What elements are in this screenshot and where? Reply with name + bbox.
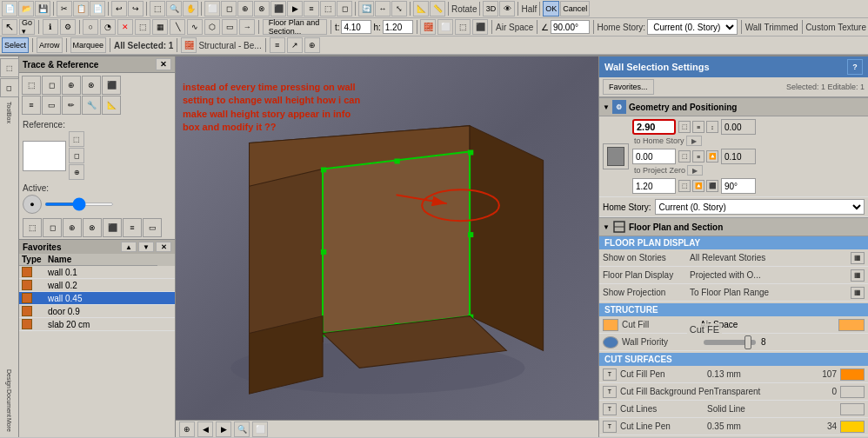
thickness-icon-2[interactable]: 🔼 — [692, 180, 704, 192]
active-slider[interactable] — [44, 202, 114, 206]
status-fit-btn[interactable]: ⬜ — [252, 421, 268, 437]
extra-tool-1[interactable]: ⬚ — [23, 218, 42, 237]
offset-icon-1[interactable]: ⬚ — [678, 150, 691, 163]
height-icon-2[interactable]: ≡ — [692, 121, 704, 133]
status-origin-btn[interactable]: ⊕ — [179, 421, 195, 437]
tb-go-btn[interactable]: Go ▾ — [19, 19, 35, 35]
fav-down-btn[interactable]: ▼ — [138, 242, 154, 252]
tb-draw8-btn[interactable]: ⬚ — [320, 1, 336, 17]
fav-up-btn[interactable]: ▲ — [121, 242, 137, 252]
tool-3[interactable]: ⊕ — [62, 76, 81, 95]
tb-rotate-btn[interactable]: 🔄 — [358, 1, 374, 17]
height-icon-1[interactable]: ⬚ — [678, 121, 691, 133]
tool-2[interactable]: ◻ — [42, 76, 61, 95]
tb-draw6-btn[interactable]: ▶ — [287, 1, 303, 17]
tb-align-btn[interactable]: 📐 — [413, 1, 429, 17]
tool-7[interactable]: ▭ — [42, 96, 61, 115]
extra-tool-4[interactable]: ⊗ — [83, 218, 102, 237]
tool-4[interactable]: ⊗ — [82, 76, 101, 95]
angle-input[interactable] — [551, 20, 590, 34]
arrow-btn[interactable]: Arrow — [37, 37, 63, 53]
height-icon-3[interactable]: ↕ — [706, 121, 718, 133]
tool-10[interactable]: 📐 — [102, 96, 121, 115]
tb-new-btn[interactable]: 📄 — [2, 1, 17, 17]
height-value[interactable]: 2.90 — [632, 119, 676, 135]
thickness-value[interactable]: 1.20 — [632, 178, 676, 194]
tool-5[interactable]: ⬛ — [102, 76, 121, 95]
status-nav1-btn[interactable]: ◀ — [197, 421, 213, 437]
right-panel-body[interactable]: Favorites... Selected: 1 Editable: 1 ▼ ⚙… — [599, 77, 868, 437]
offset-icon-2[interactable]: ≡ — [692, 150, 704, 163]
tb-arrow-btn[interactable]: → — [239, 19, 255, 35]
tb-draw7-btn[interactable]: ≡ — [304, 1, 319, 17]
tb-draw4-btn[interactable]: ⊗ — [254, 1, 270, 17]
tb-undo-btn[interactable]: ↩ — [111, 1, 127, 17]
tb-x-btn[interactable]: ✕ — [117, 19, 133, 35]
trace-close-btn[interactable]: ✕ — [156, 58, 171, 70]
tb-select-btn[interactable]: ⬚ — [150, 1, 165, 17]
t-input[interactable] — [341, 20, 371, 34]
favorites-row-2[interactable]: wall 0.45 — [19, 292, 175, 305]
home-story-select[interactable]: Current (0. Story) — [655, 199, 865, 215]
fav-close-btn[interactable]: ✕ — [156, 242, 171, 252]
tb-layer-btn[interactable]: ≡ — [270, 37, 285, 53]
tb-wall-btn[interactable]: 🧱 — [420, 19, 436, 35]
tb-draw3-btn[interactable]: ⊕ — [237, 1, 253, 17]
marquee-btn[interactable]: Marquee — [70, 37, 107, 53]
tb-rect-btn[interactable]: ▭ — [222, 19, 237, 35]
tb-wall3-btn[interactable]: ⬚ — [455, 19, 471, 35]
tb-zoom-btn[interactable]: 🔍 — [166, 1, 182, 17]
tb-ref-btn[interactable]: ↗ — [287, 37, 303, 53]
tb-draw5-btn[interactable]: ⬛ — [270, 1, 286, 17]
tb-draw2-btn[interactable]: ◻ — [221, 1, 237, 17]
tb-info-btn[interactable]: ℹ — [43, 19, 58, 35]
extra-tool-5[interactable]: ⬛ — [103, 218, 122, 237]
floor-plan-header[interactable]: ▼ Floor Plan and Section — [599, 217, 868, 236]
ok-btn[interactable]: OK — [543, 1, 559, 17]
tb-curve-btn[interactable]: ∿ — [187, 19, 203, 35]
favorites-row-3[interactable]: door 0.9 — [19, 305, 175, 318]
tb-mirror-btn[interactable]: ↔ — [375, 1, 391, 17]
home-story-dropdown-top[interactable]: Current (0. Story) — [647, 19, 738, 35]
tb-wall2-btn[interactable]: ⬜ — [437, 19, 453, 35]
tb-wall4-btn[interactable]: ⬛ — [472, 19, 488, 35]
ref-btn-1[interactable]: ⬚ — [69, 131, 84, 147]
tb-paste-btn[interactable]: 📄 — [90, 1, 105, 17]
tb-poly-btn[interactable]: ⬡ — [204, 19, 220, 35]
tb-arc-btn[interactable]: ◔ — [100, 19, 116, 35]
extra-tool-2[interactable]: ◻ — [43, 218, 62, 237]
extra-tool-6[interactable]: ≡ — [123, 218, 142, 237]
tb-shape-btn[interactable]: ⬚ — [135, 19, 150, 35]
extra-tool-7[interactable]: ▭ — [143, 218, 162, 237]
tb-distribute-btn[interactable]: 📏 — [430, 1, 445, 17]
fp-icon-2[interactable]: ▦ — [851, 287, 865, 299]
extra-tool-3[interactable]: ⊕ — [63, 218, 82, 237]
ref-btn-3[interactable]: ⊕ — [69, 164, 84, 180]
offset-value[interactable]: 0.00 — [632, 149, 676, 164]
tb-copy-btn[interactable]: 📋 — [73, 1, 89, 17]
structural-icon[interactable]: 🧱 — [181, 37, 197, 53]
tb-open-btn[interactable]: 📂 — [18, 1, 34, 17]
tb-circle-btn[interactable]: ○ — [83, 19, 98, 35]
geom-right-1[interactable]: 0.00 — [721, 119, 756, 135]
cancel-btn[interactable]: Cancel — [560, 1, 590, 17]
tool-8[interactable]: ✏ — [62, 96, 81, 115]
status-nav2-btn[interactable]: ▶ — [216, 421, 231, 437]
tb-scale-btn[interactable]: ⤡ — [391, 1, 407, 17]
tb-save-btn[interactable]: 💾 — [35, 1, 50, 17]
favorites-row-1[interactable]: wall 0.2 — [19, 279, 175, 292]
tb-3d-btn[interactable]: 3D — [483, 1, 498, 17]
h-input[interactable] — [383, 20, 413, 34]
left-tool-2[interactable]: ◻ — [0, 78, 19, 97]
tb-fill-btn[interactable]: ▦ — [152, 19, 168, 35]
tb-snap-btn[interactable]: ⊕ — [304, 37, 320, 53]
favorites-btn[interactable]: Favorites... — [603, 79, 654, 95]
tb-line-btn[interactable]: ╲ — [170, 19, 185, 35]
tb-redo-btn[interactable]: ↪ — [128, 1, 144, 17]
tb-pan-btn[interactable]: ✋ — [183, 1, 198, 17]
angle-value-display[interactable]: 90° — [721, 178, 756, 194]
geometry-section-header[interactable]: ▼ ⚙ Geometry and Positioning — [599, 97, 868, 116]
thickness-icon-1[interactable]: ⬚ — [678, 180, 691, 192]
tb-view-btn[interactable]: 👁 — [499, 1, 515, 17]
tool-9[interactable]: 🔧 — [82, 96, 101, 115]
